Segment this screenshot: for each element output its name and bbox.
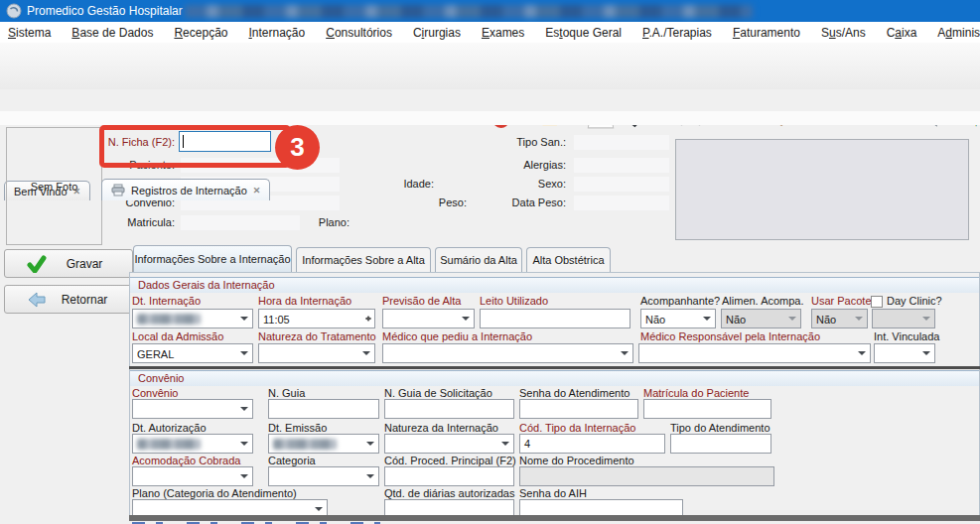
cod-tipo-internacao-input[interactable]: 4 xyxy=(519,434,665,454)
app-window: Promedico Gestão Hospitalar Sistema Base… xyxy=(0,0,980,524)
previsao-alta-label: Previsão de Alta xyxy=(382,295,462,308)
patient-observations-panel xyxy=(675,139,969,240)
content-top-strip xyxy=(0,111,980,125)
spin-down-icon[interactable] xyxy=(365,318,371,325)
printer-icon xyxy=(111,184,125,196)
menu-item-administracao[interactable]: Administração xyxy=(937,26,980,40)
previsao-alta-combo[interactable] xyxy=(382,309,475,328)
day-clinic-checkbox[interactable] xyxy=(871,296,883,308)
chevron-down-icon[interactable] xyxy=(699,310,715,328)
medico-responsavel-combo[interactable] xyxy=(638,343,871,363)
idade-label: Idade: xyxy=(354,178,434,191)
menu-item-pa-terapias[interactable]: P.A./Terapias xyxy=(642,26,712,40)
tab-registros-de-internacao[interactable]: Registros de Internação ✕ xyxy=(101,179,270,200)
leito-utilizado-input[interactable] xyxy=(480,309,630,328)
categoria-combo[interactable] xyxy=(268,466,379,486)
menu-item-cirurgias[interactable]: Cirurgias xyxy=(413,26,461,40)
alergias-value xyxy=(574,158,669,173)
app-logo-icon xyxy=(6,3,22,19)
retornar-button[interactable]: Retornar xyxy=(4,285,133,314)
section-convenio-header: Convênio xyxy=(130,370,979,386)
chevron-down-icon[interactable] xyxy=(236,435,252,453)
hora-internacao-spinner[interactable]: 11:05 xyxy=(258,309,375,328)
dt-internacao-label: Dt. Internação xyxy=(132,295,201,308)
tab-sumario-da-alta[interactable]: Sumário da Alta xyxy=(435,247,522,272)
acompanhante-combo[interactable]: Não xyxy=(640,309,716,328)
sexo-label: Sexo: xyxy=(447,178,566,191)
local-admissao-combo[interactable]: GERAL xyxy=(132,343,253,363)
tipo-san-value xyxy=(574,135,669,150)
convenio-combo[interactable] xyxy=(132,399,253,419)
acomodacao-cobrada-combo[interactable] xyxy=(132,466,253,486)
dt-emissao-combo[interactable] xyxy=(268,434,379,454)
natureza-tratamento-combo[interactable] xyxy=(258,343,375,363)
chevron-down-icon xyxy=(851,310,867,328)
menu-item-estoque-geral[interactable]: Estoque Geral xyxy=(545,26,622,40)
bottom-splitter[interactable] xyxy=(129,515,980,521)
acompanhante-label: Acompanhante? xyxy=(640,295,720,308)
alimen-acompa-label: Alimen. Acompa. xyxy=(722,295,804,308)
dt-internacao-combo[interactable] xyxy=(132,309,253,328)
chevron-down-icon[interactable] xyxy=(854,344,870,362)
sexo-value xyxy=(574,177,669,192)
medico-responsavel-label: Médico Responsável pela Internação xyxy=(640,330,820,343)
menu-item-recepcao[interactable]: Recepção xyxy=(174,26,227,40)
cod-proced-principal-input[interactable] xyxy=(384,466,514,486)
n-guia-solicitacao-input[interactable] xyxy=(384,399,514,419)
chevron-down-icon[interactable] xyxy=(458,310,474,328)
chevron-down-icon[interactable] xyxy=(617,344,632,362)
menu-item-sus-ans[interactable]: Sus/Ans xyxy=(821,26,866,40)
usar-pacote-combo: Não xyxy=(811,309,868,328)
gravar-button[interactable]: Gravar xyxy=(4,249,133,278)
tab-alta-obstetrica[interactable]: Alta Obstétrica xyxy=(526,247,611,272)
alimen-acompa-combo: Não xyxy=(721,309,801,328)
title-bar: Promedico Gestão Hospitalar xyxy=(0,0,980,22)
menu-item-consultorios[interactable]: Consultórios xyxy=(326,26,392,40)
menu-item-base-de-dados[interactable]: Base de Dados xyxy=(71,26,153,40)
natureza-internacao-combo[interactable] xyxy=(384,434,514,454)
matricula-paciente-input[interactable] xyxy=(643,399,771,419)
redacted-value xyxy=(137,314,201,325)
menu-item-exames[interactable]: Exames xyxy=(482,26,524,40)
chevron-down-icon[interactable] xyxy=(362,467,378,485)
data-peso-label: Data Peso: xyxy=(447,196,566,209)
chevron-down-icon[interactable] xyxy=(236,400,252,418)
section-dados-gerais-header: Dados Gerais da Internação xyxy=(130,277,979,293)
tab-informacoes-sobre-a-alta[interactable]: Informações Sobre a Alta xyxy=(296,247,431,272)
chevron-down-icon[interactable] xyxy=(362,435,378,453)
menu-item-faturamento[interactable]: Faturamento xyxy=(733,26,800,40)
plano-label: Plano: xyxy=(270,216,350,229)
window-title: Promedico Gestão Hospitalar xyxy=(27,4,183,18)
local-admissao-label: Local da Admissão xyxy=(132,330,223,343)
close-tab-icon[interactable]: ✕ xyxy=(253,186,261,196)
chevron-down-icon[interactable] xyxy=(358,344,374,362)
senha-atendimento-input[interactable] xyxy=(519,399,638,419)
chevron-down-icon[interactable] xyxy=(236,344,252,362)
dt-autorizacao-combo[interactable] xyxy=(132,434,253,454)
menu-item-internacao[interactable]: Internação xyxy=(248,26,305,40)
natureza-tratamento-label: Natureza do Tratamento xyxy=(258,330,376,343)
int-vinculada-combo[interactable] xyxy=(874,343,935,363)
chevron-down-icon[interactable] xyxy=(236,310,252,328)
annotation-highlight-box xyxy=(99,125,291,168)
annotation-badge-3: 3 xyxy=(275,125,320,170)
redacted-value xyxy=(273,439,337,450)
hora-internacao-label: Hora da Internação xyxy=(258,295,351,308)
chevron-down-icon[interactable] xyxy=(918,344,934,362)
section-splitter xyxy=(129,366,980,369)
n-guia-input[interactable] xyxy=(268,399,379,419)
menu-item-caixa[interactable]: Caixa xyxy=(887,26,917,40)
chevron-down-icon[interactable] xyxy=(236,467,252,485)
menu-item-sistema[interactable]: Sistema xyxy=(8,26,51,40)
chevron-down-icon[interactable] xyxy=(497,435,513,453)
chevron-down-icon xyxy=(784,310,800,328)
medico-pediu-label: Médico que pediu a Internação xyxy=(382,330,532,343)
arrow-left-icon xyxy=(27,291,47,309)
tab-informacoes-sobre-a-internacao[interactable]: Informações Sobre a Internação xyxy=(133,245,292,272)
tipo-atendimento-input[interactable] xyxy=(670,434,771,454)
toolbar: $ xyxy=(0,43,980,90)
medico-pediu-combo[interactable] xyxy=(382,343,633,363)
leito-utilizado-label: Leito Utilizado xyxy=(480,295,548,308)
nome-procedimento-input xyxy=(519,466,774,486)
check-icon xyxy=(27,255,47,273)
